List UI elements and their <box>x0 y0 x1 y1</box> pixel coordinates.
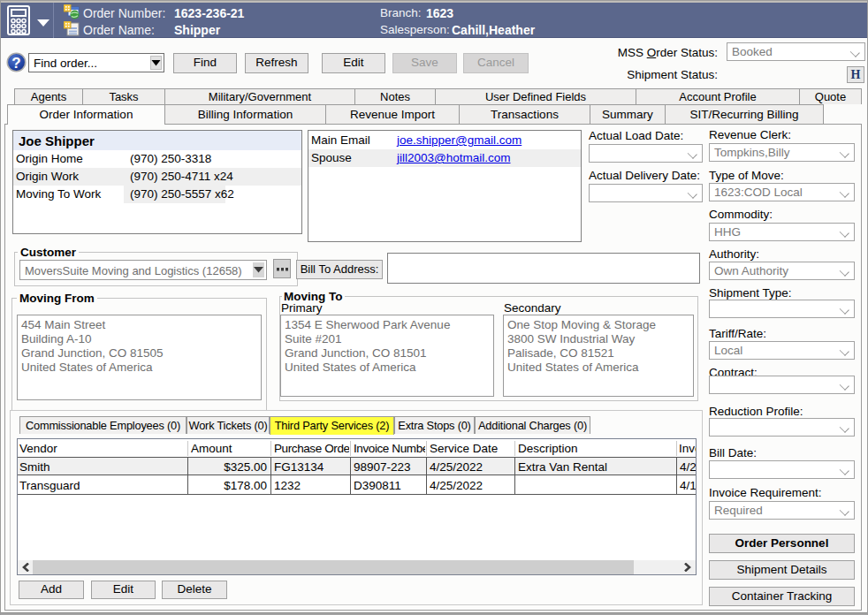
svg-text:?: ? <box>11 55 20 72</box>
